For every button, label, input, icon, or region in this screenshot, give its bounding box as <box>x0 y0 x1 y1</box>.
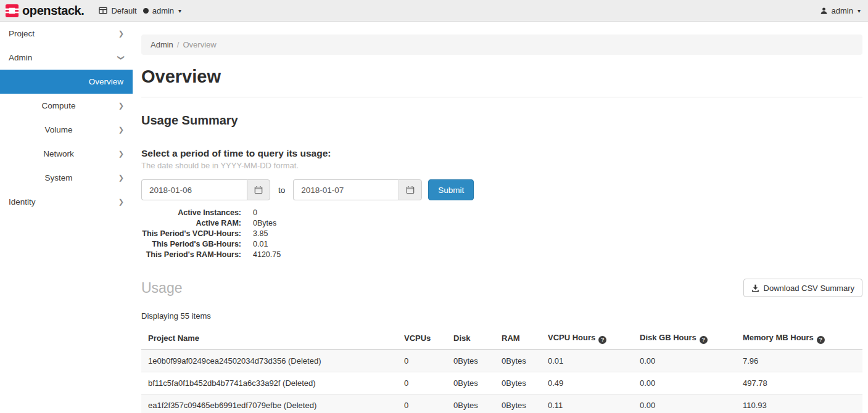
table-header-row: Project Name VCPUs Disk RAM VCPU Hours? … <box>141 328 862 350</box>
sidebar: Project ❯ Admin ❯ Overview Compute ❯ Vol… <box>0 22 133 413</box>
help-icon[interactable]: ? <box>817 336 825 344</box>
calendar-from-button[interactable] <box>247 179 270 200</box>
date-format-hint: The date should be in YYYY-MM-DD format. <box>141 161 862 170</box>
help-icon[interactable]: ? <box>700 336 708 344</box>
table-cell: 0 <box>397 372 447 394</box>
chevron-right-icon: ❯ <box>118 30 124 38</box>
stat-label: Active Instances: <box>141 208 241 218</box>
sidebar-item-overview[interactable]: Overview <box>0 70 133 94</box>
project-label: admin <box>152 6 174 15</box>
table-cell: 0 <box>397 350 447 372</box>
chevron-right-icon: ❯ <box>118 126 124 134</box>
date-to-input[interactable] <box>293 179 399 200</box>
brand[interactable]: openstack. <box>5 4 84 18</box>
brand-wordmark: openstack. <box>22 4 84 18</box>
column-header-vcpu-hours: VCPU Hours? <box>541 328 633 350</box>
chevron-right-icon: ❯ <box>118 198 124 206</box>
table-row: bf11c5fa0f1b452db4b7741a6c33a92f (Delete… <box>141 372 862 394</box>
table-cell: 0Bytes <box>447 372 495 394</box>
table-row: 1e0b0f99af0249cea24502034d73d356 (Delete… <box>141 350 862 372</box>
main-content: Admin/Overview Overview Usage Summary Se… <box>133 22 868 413</box>
sidebar-item-volume[interactable]: Volume ❯ <box>0 118 133 142</box>
breadcrumb-current: Overview <box>183 40 216 49</box>
stat-row-vcpu-hours: This Period's VCPU-Hours: 3.85 <box>141 229 862 239</box>
stat-value: 3.85 <box>253 229 268 239</box>
domain-label: Default <box>111 6 136 15</box>
stat-row-ram-hours: This Period's RAM-Hours: 4120.75 <box>141 250 862 260</box>
usage-table: Project Name VCPUs Disk RAM VCPU Hours? … <box>141 328 862 413</box>
chevron-right-icon: ❯ <box>118 150 124 158</box>
column-header-disk-gb-hours: Disk GB Hours? <box>633 328 736 350</box>
breadcrumb: Admin/Overview <box>141 35 862 55</box>
sidebar-item-label: Overview <box>89 77 123 86</box>
date-to-group <box>293 179 422 200</box>
stat-value: 0 <box>253 208 257 218</box>
title-divider <box>141 97 862 97</box>
sidebar-item-project[interactable]: Project ❯ <box>0 22 133 46</box>
project-icon <box>143 8 149 14</box>
table-cell: 0Bytes <box>495 394 541 413</box>
table-cell: 0.00 <box>633 350 736 372</box>
breadcrumb-separator: / <box>177 40 180 49</box>
column-header-ram: RAM <box>495 328 541 350</box>
project-name-cell: bf11c5fa0f1b452db4b7741a6c33a92f (Delete… <box>141 372 397 394</box>
to-label: to <box>278 186 285 195</box>
table-cell: 0 <box>397 394 447 413</box>
column-header-disk: Disk <box>447 328 495 350</box>
user-label: admin <box>832 6 853 15</box>
calendar-to-button[interactable] <box>399 179 422 200</box>
sidebar-item-label: System <box>44 173 72 182</box>
table-cell: 0Bytes <box>495 350 541 372</box>
calendar-icon <box>406 186 415 194</box>
table-cell: 110.93 <box>736 394 862 413</box>
project-name-cell: ea1f2f357c09465eb6991edf7079efbe (Delete… <box>141 394 397 413</box>
date-from-input[interactable] <box>141 179 247 200</box>
stat-value: 0.01 <box>253 239 268 250</box>
column-header-vcpus: VCPUs <box>397 328 447 350</box>
sidebar-item-identity[interactable]: Identity ❯ <box>0 190 133 214</box>
stat-value: 4120.75 <box>253 250 281 260</box>
stat-row-gb-hours: This Period's GB-Hours: 0.01 <box>141 239 862 250</box>
period-prompt: Select a period of time to query its usa… <box>141 148 862 159</box>
stat-value: 0Bytes <box>253 218 276 229</box>
table-cell: 0Bytes <box>495 372 541 394</box>
sidebar-item-network[interactable]: Network ❯ <box>0 142 133 166</box>
caret-down-icon: ▾ <box>858 7 861 14</box>
sidebar-item-admin[interactable]: Admin ❯ <box>0 46 133 70</box>
table-cell: 497.78 <box>736 372 862 394</box>
sidebar-item-system[interactable]: System ❯ <box>0 166 133 190</box>
table-cell: 0.00 <box>633 394 736 413</box>
sidebar-item-label: Network <box>43 149 74 158</box>
domain-icon <box>99 7 107 14</box>
table-cell: 0Bytes <box>447 350 495 372</box>
calendar-icon <box>254 186 263 194</box>
column-header-project-name: Project Name <box>141 328 397 350</box>
domain-project-switcher[interactable]: Default admin ▾ <box>99 6 181 15</box>
stat-label: This Period's VCPU-Hours: <box>141 229 241 239</box>
submit-button[interactable]: Submit <box>428 179 474 200</box>
download-icon <box>751 284 759 292</box>
stat-row-active-instances: Active Instances: 0 <box>141 208 862 218</box>
table-cell: 0.01 <box>541 350 633 372</box>
caret-down-icon: ▾ <box>178 7 181 14</box>
chevron-right-icon: ❯ <box>118 102 124 110</box>
user-menu[interactable]: admin ▾ <box>820 6 861 15</box>
table-cell: 0.00 <box>633 372 736 394</box>
user-icon <box>820 7 828 15</box>
table-cell: 0.49 <box>541 372 633 394</box>
sidebar-item-compute[interactable]: Compute ❯ <box>0 94 133 118</box>
table-cell: 0Bytes <box>447 394 495 413</box>
stat-label: This Period's GB-Hours: <box>141 239 241 250</box>
stat-label: This Period's RAM-Hours: <box>141 250 241 260</box>
table-row: ea1f2f357c09465eb6991edf7079efbe (Delete… <box>141 394 862 413</box>
help-icon[interactable]: ? <box>598 336 606 344</box>
date-from-group <box>141 179 270 200</box>
openstack-logo-icon <box>5 4 19 18</box>
breadcrumb-admin-link[interactable]: Admin <box>151 40 173 49</box>
items-count: Displaying 55 items <box>141 311 862 321</box>
date-range-form: to Submit <box>141 179 862 200</box>
download-csv-button[interactable]: Download CSV Summary <box>743 279 862 297</box>
sidebar-item-label: Volume <box>44 125 72 134</box>
project-name-cell: 1e0b0f99af0249cea24502034d73d356 (Delete… <box>141 350 397 372</box>
chevron-right-icon: ❯ <box>118 174 124 182</box>
